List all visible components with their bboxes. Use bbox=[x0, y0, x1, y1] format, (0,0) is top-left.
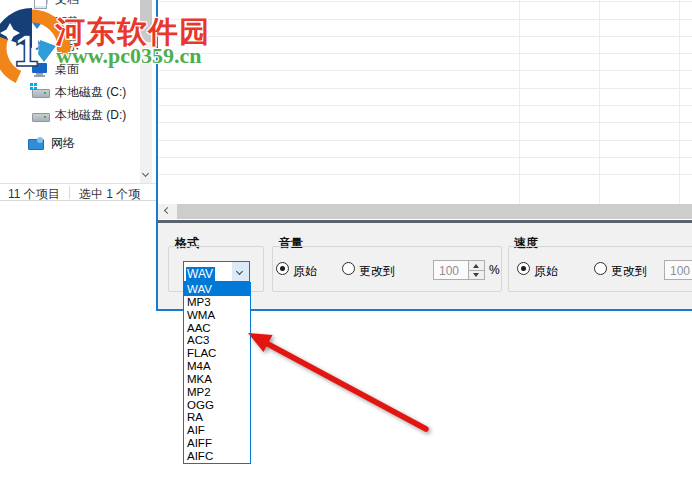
speed-spinner[interactable]: 100 bbox=[664, 260, 692, 280]
sidebar-item-desktop[interactable]: 桌面 bbox=[0, 58, 140, 81]
dropdown-option-aac[interactable]: AAC bbox=[184, 322, 250, 335]
sidebar-item-label: 下载 bbox=[55, 14, 79, 31]
dropdown-option-aiff[interactable]: AIFF bbox=[184, 437, 250, 450]
speed-original-label: 原始 bbox=[534, 263, 558, 280]
dialog-sidebar: 文档下载音乐桌面本地磁盘 (C:)本地磁盘 (D:)网络 bbox=[0, 0, 140, 155]
speed-change-label: 更改到 bbox=[611, 263, 647, 280]
format-dropdown-list[interactable]: WAVMP3WMAAACAC3FLACM4AMKAMP2OGGRAAIFAIFF… bbox=[183, 282, 251, 464]
dropdown-option-mka[interactable]: MKA bbox=[184, 373, 250, 386]
sidebar-item-download[interactable]: 下载 bbox=[0, 11, 140, 34]
combobox-edit-area[interactable]: WAV bbox=[184, 262, 232, 281]
dropdown-option-wma[interactable]: WMA bbox=[184, 309, 250, 322]
speed-change-radio[interactable] bbox=[594, 262, 607, 275]
file-list-grid[interactable] bbox=[158, 0, 692, 204]
volume-spinner[interactable]: 100 bbox=[433, 260, 485, 280]
horizontal-scrollbar-thumb[interactable] bbox=[177, 204, 692, 219]
grid-column-line bbox=[599, 0, 600, 204]
sidebar-item-label: 桌面 bbox=[55, 61, 79, 78]
volume-change-radio[interactable] bbox=[342, 262, 355, 275]
volume-change-label: 更改到 bbox=[359, 263, 395, 280]
browse-dialog: 文档下载音乐桌面本地磁盘 (C:)本地磁盘 (D:)网络 11 个项目 选中 1… bbox=[0, 0, 156, 201]
volume-original-radio[interactable] bbox=[276, 262, 289, 275]
sidebar-item-music[interactable]: 音乐 bbox=[0, 34, 140, 57]
dropdown-option-aif[interactable]: AIF bbox=[184, 424, 250, 437]
sidebar-item-network[interactable]: 网络 bbox=[0, 132, 140, 155]
scroll-left-button[interactable] bbox=[158, 204, 176, 219]
sidebar-item-document[interactable]: 文档 bbox=[0, 0, 140, 11]
sidebar-item-drive-d[interactable]: 本地磁盘 (D:) bbox=[0, 104, 140, 127]
sidebar-item-label: 网络 bbox=[51, 135, 75, 152]
dropdown-option-wav[interactable]: WAV bbox=[184, 283, 250, 296]
drive-c-icon bbox=[31, 84, 49, 100]
document-icon bbox=[31, 0, 49, 8]
dropdown-option-mp3[interactable]: MP3 bbox=[184, 296, 250, 309]
status-divider bbox=[69, 186, 70, 199]
chevron-left-icon bbox=[164, 207, 171, 214]
status-selection-count: 选中 1 个项 bbox=[79, 186, 140, 201]
main-window: 格式 WAV 音量 原始 更改到 100 bbox=[156, 0, 692, 311]
sidebar-item-drive-c[interactable]: 本地磁盘 (C:) bbox=[0, 81, 140, 104]
dropdown-option-m4a[interactable]: M4A bbox=[184, 360, 250, 373]
download-icon bbox=[31, 15, 49, 31]
horizontal-scrollbar[interactable] bbox=[158, 204, 692, 219]
volume-original-label: 原始 bbox=[293, 263, 317, 280]
volume-spin-up-button[interactable] bbox=[469, 261, 484, 271]
dropdown-option-flac[interactable]: FLAC bbox=[184, 347, 250, 360]
window-left-border bbox=[156, 0, 158, 311]
music-icon bbox=[31, 38, 49, 54]
dropdown-option-ra[interactable]: RA bbox=[184, 411, 250, 424]
sidebar-item-label: 本地磁盘 (C:) bbox=[55, 84, 126, 101]
volume-unit: % bbox=[489, 263, 500, 277]
sidebar-scroll-down-button[interactable] bbox=[140, 166, 152, 184]
sidebar-item-label: 文档 bbox=[55, 0, 79, 8]
dropdown-option-mp2[interactable]: MP2 bbox=[184, 386, 250, 399]
dropdown-option-ac3[interactable]: AC3 bbox=[184, 334, 250, 347]
sidebar-item-label: 本地磁盘 (D:) bbox=[55, 107, 126, 124]
network-icon bbox=[27, 136, 45, 152]
format-combobox[interactable]: WAV bbox=[183, 261, 250, 282]
volume-spin-down-button[interactable] bbox=[469, 271, 484, 280]
dropdown-option-aifc[interactable]: AIFC bbox=[184, 450, 250, 463]
volume-value: 100 bbox=[434, 261, 468, 279]
speed-original-radio[interactable] bbox=[517, 262, 530, 275]
speed-value: 100 bbox=[665, 261, 692, 279]
combobox-selected-value: WAV bbox=[186, 267, 215, 281]
combobox-dropdown-button[interactable] bbox=[232, 262, 249, 281]
dialog-status-bar: 11 个项目 选中 1 个项 bbox=[0, 183, 156, 201]
grid-column-line bbox=[519, 0, 520, 204]
dropdown-option-ogg[interactable]: OGG bbox=[184, 399, 250, 412]
sidebar-item-label: 音乐 bbox=[55, 37, 79, 54]
screenshot-root: 文档下载音乐桌面本地磁盘 (C:)本地磁盘 (D:)网络 11 个项目 选中 1… bbox=[0, 0, 692, 496]
sidebar-scrollbar[interactable] bbox=[140, 0, 152, 184]
sidebar-scrollbar-thumb[interactable] bbox=[140, 0, 152, 42]
chevron-down-icon bbox=[236, 268, 243, 275]
grid-column-line bbox=[679, 0, 680, 204]
drive-d-icon bbox=[31, 108, 49, 124]
chevron-down-icon bbox=[142, 170, 149, 177]
desktop-icon bbox=[31, 61, 49, 77]
status-items-count: 11 个项目 bbox=[8, 186, 60, 201]
